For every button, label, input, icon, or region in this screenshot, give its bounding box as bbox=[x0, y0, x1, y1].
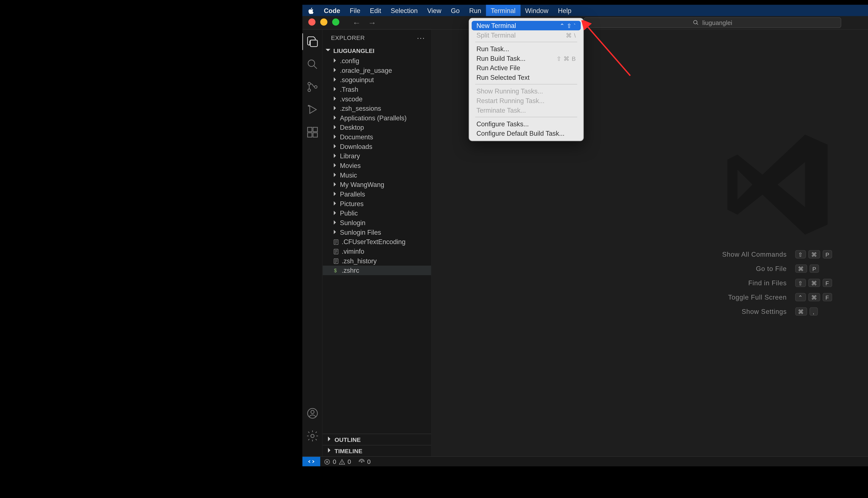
shortcut-label: Show All Commands bbox=[722, 251, 787, 258]
folder-item[interactable]: Sunlogin bbox=[323, 218, 431, 228]
ports-status[interactable]: 0 bbox=[355, 458, 374, 465]
source-control-tab-icon[interactable] bbox=[305, 80, 319, 94]
mac-menu-edit[interactable]: Edit bbox=[365, 5, 386, 16]
folder-item[interactable]: Library bbox=[323, 151, 431, 161]
chevron-right-icon bbox=[332, 162, 337, 169]
chevron-right-icon bbox=[332, 76, 337, 83]
chevron-right-icon bbox=[332, 105, 337, 112]
folder-item[interactable]: .vscode bbox=[323, 94, 431, 104]
minimize-window-button[interactable] bbox=[320, 18, 327, 26]
folder-item[interactable]: Applications (Parallels) bbox=[323, 113, 431, 123]
outline-section[interactable]: OUTLINE bbox=[323, 434, 431, 445]
menu-item[interactable]: Run Selected Text bbox=[472, 73, 581, 82]
folder-item[interactable]: Documents bbox=[323, 132, 431, 142]
shortcut-keys: ⌃⌘F bbox=[795, 293, 832, 301]
svg-point-12 bbox=[308, 82, 310, 85]
file-icon bbox=[332, 248, 339, 255]
svg-marker-15 bbox=[309, 106, 316, 114]
svg-rect-18 bbox=[307, 133, 311, 137]
folder-item[interactable]: .config bbox=[323, 56, 431, 66]
extensions-tab-icon[interactable] bbox=[305, 125, 319, 139]
shortcut-keys: ⌘P bbox=[795, 265, 832, 273]
menu-item-label: Run Build Task... bbox=[476, 55, 526, 62]
mac-menu-run[interactable]: Run bbox=[464, 5, 486, 16]
folder-item[interactable]: Sunlogin Files bbox=[323, 228, 431, 237]
menu-item[interactable]: Configure Default Build Task... bbox=[472, 129, 581, 138]
file-label: .CFUserTextEncoding bbox=[342, 238, 406, 245]
mac-menu-go[interactable]: Go bbox=[446, 5, 464, 16]
nav-back-button[interactable]: ← bbox=[350, 18, 363, 27]
errors-count: 0 bbox=[333, 458, 336, 465]
menu-item[interactable]: Configure Tasks... bbox=[472, 119, 581, 129]
menu-item[interactable]: Run Active File bbox=[472, 63, 581, 73]
menu-separator bbox=[475, 42, 577, 42]
svg-point-16 bbox=[308, 105, 309, 107]
folder-item[interactable]: .sogouinput bbox=[323, 75, 431, 85]
mac-menu-file[interactable]: File bbox=[345, 5, 365, 16]
mac-menu-app[interactable]: Code bbox=[319, 5, 345, 16]
run-debug-tab-icon[interactable] bbox=[305, 102, 319, 117]
folder-label: Music bbox=[340, 172, 357, 179]
file-item[interactable]: .viminfo bbox=[323, 247, 431, 256]
mac-menu-window[interactable]: Window bbox=[520, 5, 553, 16]
remote-button[interactable] bbox=[303, 457, 320, 467]
fullscreen-window-button[interactable] bbox=[332, 18, 339, 26]
mac-menu-help[interactable]: Help bbox=[553, 5, 576, 16]
key-icon: F bbox=[822, 293, 832, 301]
shortcut-label: Toggle Full Screen bbox=[722, 293, 787, 301]
chevron-right-icon bbox=[332, 95, 337, 102]
apple-logo-icon bbox=[307, 6, 316, 15]
chevron-right-icon bbox=[332, 153, 337, 160]
folder-label: Sunlogin Files bbox=[340, 229, 381, 236]
mac-menu-terminal[interactable]: Terminal bbox=[486, 5, 520, 16]
menu-item-label: Run Task... bbox=[476, 45, 509, 52]
folder-item[interactable]: My WangWang bbox=[323, 180, 431, 189]
menu-item-label: Run Active File bbox=[476, 64, 520, 71]
file-item[interactable]: .CFUserTextEncoding bbox=[323, 237, 431, 247]
explorer-root-section[interactable]: LIUGUANGLEI bbox=[323, 45, 431, 56]
folder-item[interactable]: Parallels bbox=[323, 189, 431, 199]
menu-item[interactable]: Run Task... bbox=[472, 44, 581, 54]
command-center-search[interactable]: liuguanglei bbox=[584, 17, 841, 28]
welcome-shortcuts: Show All Commands⇧⌘PGo to File⌘PFind in … bbox=[722, 250, 832, 316]
window-titlebar: ← → liuguanglei bbox=[303, 16, 868, 30]
folder-item[interactable]: .Trash bbox=[323, 85, 431, 94]
menu-item[interactable]: Run Build Task...⇧ ⌘ B bbox=[472, 54, 581, 63]
menu-item-label: New Terminal bbox=[476, 22, 516, 29]
folder-item[interactable]: Movies bbox=[323, 161, 431, 170]
key-icon: ⌘ bbox=[808, 279, 820, 287]
explorer-more-icon[interactable]: ··· bbox=[417, 34, 425, 42]
file-icon bbox=[332, 257, 339, 264]
search-tab-icon[interactable] bbox=[305, 57, 319, 71]
file-icon bbox=[332, 238, 339, 245]
file-label: .viminfo bbox=[342, 248, 365, 255]
search-icon bbox=[693, 17, 699, 28]
folder-item[interactable]: .zsh_sessions bbox=[323, 104, 431, 113]
folder-item[interactable]: Music bbox=[323, 170, 431, 180]
menu-item[interactable]: New Terminal⌃ ⇧ ` bbox=[472, 21, 581, 30]
accounts-icon[interactable] bbox=[305, 406, 319, 421]
settings-gear-icon[interactable] bbox=[305, 429, 319, 443]
chevron-down-icon bbox=[325, 47, 331, 54]
key-icon: ⌘ bbox=[795, 265, 807, 273]
folder-item[interactable]: Desktop bbox=[323, 123, 431, 132]
folder-item[interactable]: Downloads bbox=[323, 142, 431, 152]
close-window-button[interactable] bbox=[308, 18, 316, 26]
explorer-tab-icon[interactable] bbox=[305, 35, 319, 49]
svg-text:$: $ bbox=[334, 267, 336, 273]
problems-status[interactable]: 0 0 bbox=[320, 458, 355, 465]
explorer-sidebar: EXPLORER ··· LIUGUANGLEI .config.oracle_… bbox=[323, 30, 432, 456]
folder-item[interactable]: .oracle_jre_usage bbox=[323, 66, 431, 75]
folder-label: .zsh_sessions bbox=[340, 105, 381, 112]
mac-menu-view[interactable]: View bbox=[422, 5, 446, 16]
folder-item[interactable]: Public bbox=[323, 208, 431, 218]
svg-point-10 bbox=[308, 60, 315, 67]
folder-item[interactable]: Pictures bbox=[323, 199, 431, 209]
mac-menu-selection[interactable]: Selection bbox=[386, 5, 422, 16]
file-item[interactable]: .zsh_history bbox=[323, 256, 431, 266]
nav-forward-button[interactable]: → bbox=[366, 18, 379, 27]
timeline-section[interactable]: TIMELINE bbox=[323, 445, 431, 456]
folder-label: .config bbox=[340, 57, 359, 64]
file-item[interactable]: $.zshrc bbox=[323, 266, 431, 275]
menu-separator bbox=[475, 117, 577, 117]
